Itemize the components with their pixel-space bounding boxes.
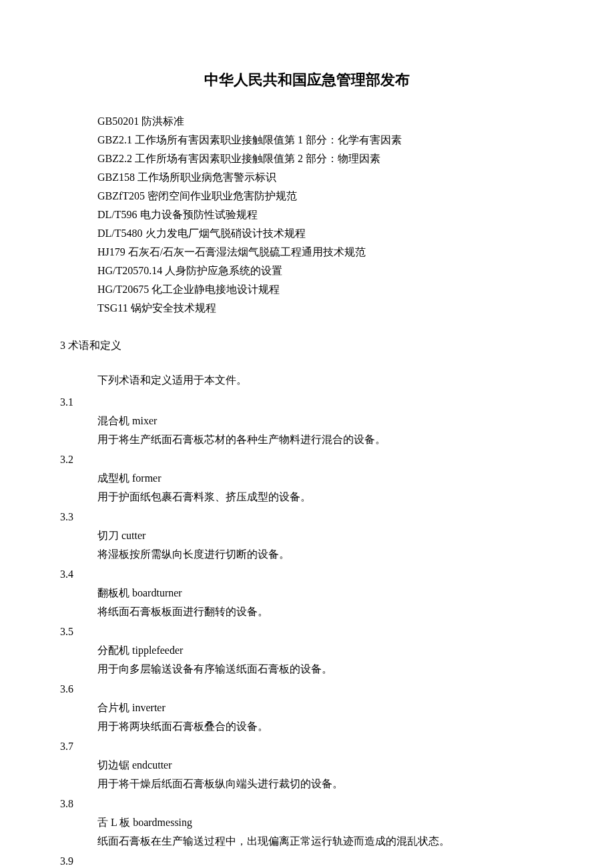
- term-desc: 用于向多层输送设备有序输送纸面石膏板的设备。: [60, 660, 554, 679]
- term-number: 3.6: [60, 680, 554, 699]
- term-block: 3.7 切边锯 endcutter 用于将干燥后纸面石膏板纵向端头进行裁切的设备…: [60, 737, 554, 793]
- term-number: 3.5: [60, 622, 554, 641]
- term-block: 3.5 分配机 tipplefeeder 用于向多层输送设备有序输送纸面石膏板的…: [60, 622, 554, 679]
- section-3-intro: 下列术语和定义适用于本文件。: [60, 371, 554, 390]
- standard-item: HG/T20675 化工企业静电接地设计规程: [97, 280, 554, 299]
- term-desc: 用于将干燥后纸面石膏板纵向端头进行裁切的设备。: [60, 775, 554, 793]
- term-block: 3.8 舌 L 板 boardmessing 纸面石膏板在生产输送过程中，出现偏…: [60, 795, 554, 851]
- term-block: 3.2 成型机 former 用于护面纸包裹石膏料浆、挤压成型的设备。: [60, 450, 554, 506]
- standard-item: GBZfT205 密闭空间作业职业危害防护规范: [97, 187, 554, 205]
- standard-item: TSG11 锅炉安全技术规程: [97, 299, 554, 318]
- standard-item: GBZ158 工作场所职业病危害警示标识: [97, 168, 554, 187]
- term-block: 3.6 合片机 inverter 用于将两块纸面石膏板叠合的设备。: [60, 680, 554, 736]
- term-name: 翻板机 boardturner: [60, 584, 554, 602]
- term-number: 3.9: [60, 852, 554, 868]
- section-3-heading: 3 术语和定义: [60, 336, 554, 356]
- term-block: 3.1 混合机 mixer 用于将生产纸面石膏板芯材的各种生产物料进行混合的设备…: [60, 393, 554, 449]
- term-desc: 用于将两块纸面石膏板叠合的设备。: [60, 717, 554, 736]
- term-number: 3.2: [60, 450, 554, 469]
- term-number: 3.3: [60, 508, 554, 526]
- term-name: 合片机 inverter: [60, 699, 554, 717]
- term-name: 舌 L 板 boardmessing: [60, 813, 554, 832]
- term-number: 3.4: [60, 565, 554, 584]
- standard-item: GB50201 防洪标准: [97, 112, 554, 131]
- term-block: 3.3 切刀 cutter 将湿板按所需纵向长度进行切断的设备。: [60, 508, 554, 564]
- term-desc: 用于将生产纸面石膏板芯材的各种生产物料进行混合的设备。: [60, 430, 554, 449]
- standard-item: DL/T596 电力设备预防性试验规程: [97, 205, 554, 224]
- term-name: 成型机 former: [60, 469, 554, 488]
- term-desc: 纸面石膏板在生产输送过程中，出现偏离正常运行轨迹而造成的混乱状态。: [60, 832, 554, 851]
- term-desc: 用于护面纸包裹石膏料浆、挤压成型的设备。: [60, 488, 554, 506]
- term-block: 3.4 翻板机 boardturner 将纸面石膏板板面进行翻转的设备。: [60, 565, 554, 621]
- term-desc: 将湿板按所需纵向长度进行切断的设备。: [60, 545, 554, 564]
- term-desc: 将纸面石膏板板面进行翻转的设备。: [60, 602, 554, 621]
- term-number: 3.7: [60, 737, 554, 756]
- term-name: 切刀 cutter: [60, 526, 554, 545]
- standard-item: GBZ2.1 工作场所有害因素职业接触限值第 1 部分：化学有害因素: [97, 131, 554, 149]
- term-name: 切边锯 endcutter: [60, 756, 554, 775]
- term-name: 分配机 tipplefeeder: [60, 641, 554, 660]
- standard-item: GBZ2.2 工作所场有害因素职业接触限值第 2 部分：物理因素: [97, 149, 554, 168]
- standard-item: HJ179 石灰石/石灰一石膏湿法烟气脱硫工程通用技术规范: [97, 243, 554, 262]
- term-number: 3.1: [60, 393, 554, 412]
- term-block: 3.9 圭寸边 endbanding 将纸面石膏板纵向端头进行包裹。: [60, 852, 554, 868]
- term-number: 3.8: [60, 795, 554, 813]
- standard-item: HG/T20570.14 人身防护应急系统的设置: [97, 262, 554, 280]
- term-name: 混合机 mixer: [60, 412, 554, 430]
- standards-list: GB50201 防洪标准 GBZ2.1 工作场所有害因素职业接触限值第 1 部分…: [60, 112, 554, 318]
- standard-item: DL/T5480 火力发电厂烟气脱硝设计技术规程: [97, 224, 554, 243]
- document-title: 中华人民共和国应急管理部发布: [60, 67, 554, 93]
